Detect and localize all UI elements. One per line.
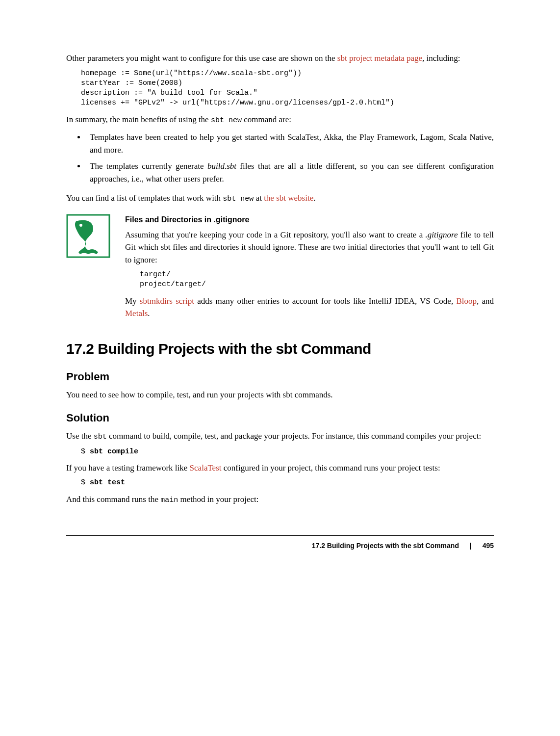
- code-block-sbt-test: $ sbt test: [81, 478, 494, 488]
- text: Other parameters you might want to confi…: [66, 53, 337, 63]
- text: In summary, the main benefits of using t…: [66, 115, 211, 124]
- solution-paragraph: Use the sbt command to build, compile, t…: [66, 430, 494, 443]
- aside-paragraph: My sbtmkdirs script adds many other entr…: [125, 295, 494, 320]
- prompt: $: [81, 447, 90, 456]
- text: Use the: [66, 431, 94, 441]
- scalatest-link[interactable]: ScalaTest: [190, 463, 222, 473]
- list-item: Templates have been created to help you …: [86, 131, 494, 156]
- inline-code-sbt-new: sbt new: [223, 195, 254, 203]
- text: method in your project:: [178, 495, 258, 504]
- aside-note: Files and Directories in .gitignore Assu…: [66, 214, 494, 323]
- section-heading: 17.2 Building Projects with the sbt Comm…: [66, 338, 494, 360]
- page-footer: 17.2 Building Projects with the sbt Comm…: [66, 535, 494, 551]
- problem-heading: Problem: [66, 368, 494, 385]
- prompt: $: [81, 478, 90, 487]
- text: And this command runs the: [66, 495, 160, 504]
- text: configured in your project, this command…: [222, 463, 440, 473]
- emphasis: .gitignore: [426, 230, 458, 239]
- command: sbt test: [90, 478, 125, 487]
- benefits-list: Templates have been created to help you …: [86, 131, 494, 185]
- text: You can find a list of templates that wo…: [66, 193, 223, 203]
- text: adds many other entries to account for t…: [194, 296, 456, 306]
- command: sbt compile: [90, 447, 138, 456]
- lemur-icon: [66, 214, 110, 258]
- aside-paragraph: Assuming that you're keeping your code i…: [125, 229, 494, 266]
- aside-title: Files and Directories in .gitignore: [125, 214, 494, 226]
- solution-paragraph: And this command runs the main method in…: [66, 493, 494, 506]
- code-block-sbt-compile: $ sbt compile: [81, 447, 494, 457]
- text: , including:: [422, 53, 460, 63]
- intro-paragraph: Other parameters you might want to confi…: [66, 52, 494, 65]
- svg-point-1: [79, 224, 82, 227]
- text: If you have a testing framework like: [66, 463, 190, 473]
- text: at: [254, 193, 264, 203]
- summary-paragraph: In summary, the main benefits of using t…: [66, 113, 494, 127]
- text: command to build, compile, test, and pac…: [107, 431, 481, 441]
- templates-paragraph: You can find a list of templates that wo…: [66, 192, 494, 205]
- bloop-link[interactable]: Bloop: [456, 296, 477, 306]
- inline-code-sbt-new: sbt new: [211, 116, 242, 125]
- list-item: The templates currently generate build.s…: [86, 160, 494, 185]
- solution-heading: Solution: [66, 410, 494, 426]
- problem-paragraph: You need to see how to compile, test, an…: [66, 389, 494, 401]
- text: .: [148, 309, 150, 318]
- footer-separator: |: [470, 542, 472, 550]
- inline-code-sbt: sbt: [94, 433, 107, 441]
- text: , and: [477, 296, 494, 306]
- text: .: [313, 193, 315, 203]
- text: command are:: [242, 115, 291, 124]
- sbt-website-link[interactable]: the sbt website: [264, 193, 313, 203]
- sbt-metadata-link[interactable]: sbt project metadata page: [337, 53, 422, 63]
- inline-code-main: main: [160, 496, 178, 504]
- text: The templates currently generate: [90, 161, 207, 171]
- text: My: [125, 296, 140, 306]
- footer-title: 17.2 Building Projects with the sbt Comm…: [312, 542, 459, 550]
- sbtmkdirs-link[interactable]: sbtmkdirs script: [140, 296, 194, 306]
- code-block-gitignore: target/ project/target/: [140, 270, 494, 290]
- aside-content: Files and Directories in .gitignore Assu…: [125, 214, 494, 323]
- solution-paragraph: If you have a testing framework like Sca…: [66, 462, 494, 474]
- code-block-params: homepage := Some(url("https://www.scala-…: [81, 69, 494, 108]
- metals-link[interactable]: Metals: [125, 309, 148, 318]
- text: Assuming that you're keeping your code i…: [125, 230, 426, 239]
- emphasis: build.sbt: [207, 161, 236, 171]
- page-number: 495: [483, 542, 494, 550]
